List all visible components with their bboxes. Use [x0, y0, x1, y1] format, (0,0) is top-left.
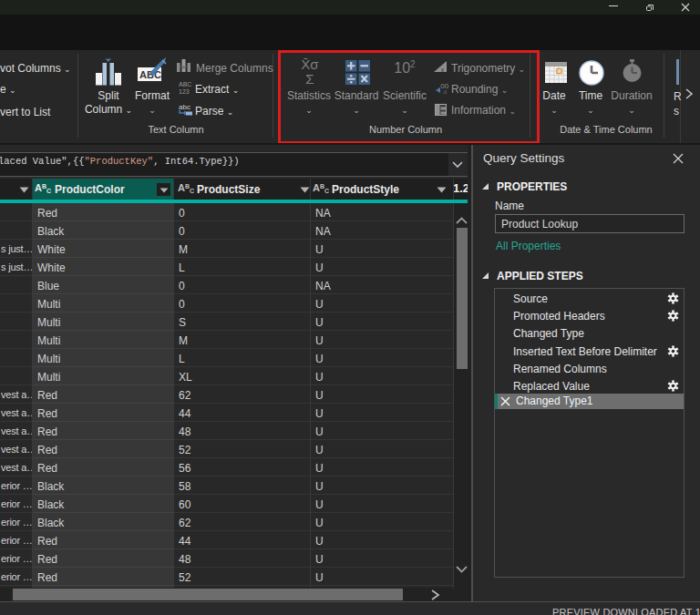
- svg-text:ABC: ABC: [139, 69, 161, 80]
- svg-text:ABC: ABC: [179, 81, 191, 87]
- svg-text:123: 123: [179, 88, 190, 94]
- svg-text:abc: abc: [179, 103, 190, 111]
